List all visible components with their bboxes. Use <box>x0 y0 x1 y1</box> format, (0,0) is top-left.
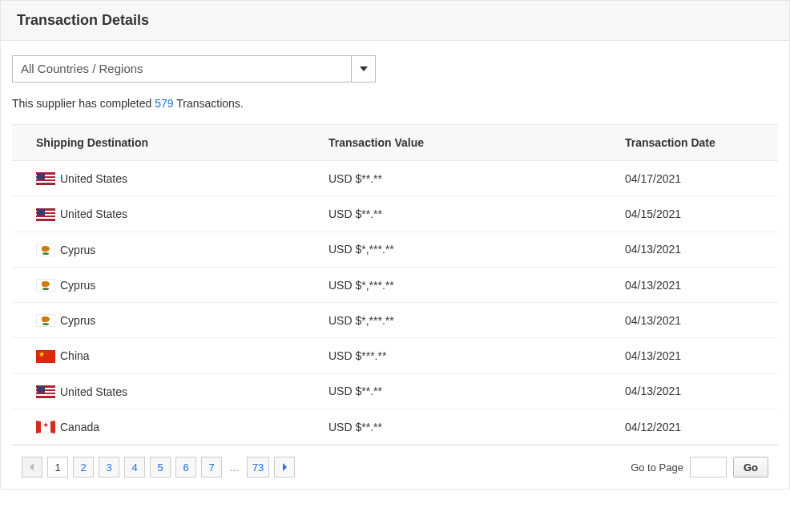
page-ellipsis: ... <box>227 461 242 474</box>
table-row: CyprusUSD $*,***.**04/13/2021 <box>12 303 778 338</box>
table-row: United StatesUSD $**.**04/13/2021 <box>12 373 778 409</box>
transaction-date: 04/15/2021 <box>601 196 778 232</box>
page-button[interactable]: 7 <box>201 457 222 478</box>
flag-icon <box>36 208 55 221</box>
flag-icon <box>36 314 55 327</box>
transaction-value: USD $**.** <box>304 161 601 196</box>
transaction-value: USD $*,***.** <box>304 303 601 338</box>
flag-icon <box>36 279 55 292</box>
transaction-date: 04/13/2021 <box>601 303 778 338</box>
flag-icon <box>36 172 55 185</box>
table-row: CyprusUSD $*,***.**04/13/2021 <box>12 232 778 267</box>
table-row: United StatesUSD $**.**04/17/2021 <box>12 161 778 196</box>
next-page-button[interactable] <box>274 457 295 478</box>
country-filter-dropdown[interactable]: All Countries / Regions <box>12 55 376 83</box>
table-row: CanadaUSD $**.**04/12/2021 <box>12 409 778 445</box>
country-name: China <box>60 350 90 363</box>
page-button[interactable]: 6 <box>175 457 196 478</box>
transaction-date: 04/12/2021 <box>601 409 778 445</box>
transaction-details-panel: Transaction Details All Countries / Regi… <box>0 0 790 490</box>
page-title: Transaction Details <box>17 12 773 29</box>
transaction-date: 04/17/2021 <box>601 161 778 196</box>
transaction-value: USD $**.** <box>304 373 601 409</box>
table-row: ChinaUSD $***.**04/13/2021 <box>12 338 778 373</box>
flag-icon <box>36 350 55 363</box>
chevron-down-icon[interactable] <box>351 56 375 82</box>
panel-header: Transaction Details <box>1 1 789 41</box>
transaction-date: 04/13/2021 <box>601 267 778 302</box>
page-button[interactable]: 2 <box>73 457 94 478</box>
page-button[interactable]: 4 <box>124 457 145 478</box>
country-name: Canada <box>60 421 99 433</box>
page-button-current: 1 <box>47 457 68 478</box>
transaction-date: 04/13/2021 <box>601 373 778 409</box>
table-row: CyprusUSD $*,***.**04/13/2021 <box>12 267 778 302</box>
summary-suffix: Transactions. <box>174 97 244 110</box>
country-name: Cyprus <box>60 314 95 327</box>
summary-prefix: This supplier has completed <box>12 97 155 110</box>
country-name: Cyprus <box>60 244 95 256</box>
country-name: United States <box>60 208 127 221</box>
goto-label: Go to Page <box>631 461 683 474</box>
col-header-value: Transaction Value <box>304 125 601 161</box>
flag-icon <box>36 385 55 398</box>
goto-page-group: Go to Page Go <box>631 457 768 478</box>
transaction-count-link[interactable]: 579 <box>155 97 173 110</box>
page-button[interactable]: 5 <box>150 457 171 478</box>
transactions-table: Shipping Destination Transaction Value T… <box>12 124 778 445</box>
transaction-date: 04/13/2021 <box>601 338 778 373</box>
page-button-last[interactable]: 73 <box>247 457 269 478</box>
pagination-bar: 1 234567 ... 73 Go to Page Go <box>12 445 778 489</box>
page-list: 1 234567 ... 73 <box>22 457 295 478</box>
country-name: United States <box>60 385 127 398</box>
transaction-value: USD $*,***.** <box>304 232 601 267</box>
transaction-value: USD $**.** <box>304 409 601 445</box>
flag-icon <box>36 244 55 256</box>
transaction-value: USD $*,***.** <box>304 267 601 302</box>
panel-body: All Countries / Regions This supplier ha… <box>1 41 789 489</box>
transaction-value: USD $**.** <box>304 196 601 232</box>
flag-icon <box>36 421 55 433</box>
page-button[interactable]: 3 <box>99 457 119 478</box>
prev-page-button[interactable] <box>22 457 42 478</box>
dropdown-selected-text: All Countries / Regions <box>13 56 351 82</box>
transaction-date: 04/13/2021 <box>601 232 778 267</box>
summary-text: This supplier has completed 579 Transact… <box>12 97 778 110</box>
table-row: United StatesUSD $**.**04/15/2021 <box>12 196 778 232</box>
transaction-value: USD $***.** <box>304 338 601 373</box>
col-header-date: Transaction Date <box>601 125 778 161</box>
filter-row: All Countries / Regions <box>12 55 778 83</box>
country-name: Cyprus <box>60 279 95 292</box>
col-header-destination: Shipping Destination <box>12 125 304 161</box>
go-button[interactable]: Go <box>733 457 768 478</box>
country-name: United States <box>60 172 127 185</box>
goto-page-input[interactable] <box>690 457 727 478</box>
